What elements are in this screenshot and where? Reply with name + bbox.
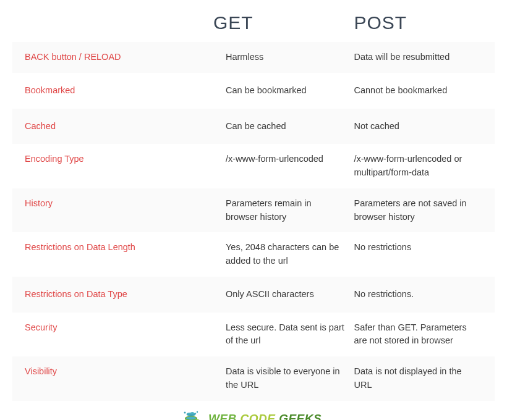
cell-get: Can be cached xyxy=(226,120,354,133)
brand-name: WEB CODE GEEKS xyxy=(208,413,328,421)
brand-word-2: CODE xyxy=(240,412,275,421)
table-row: Security Less secure. Data sent is part … xyxy=(12,313,495,357)
cell-get: Harmless xyxy=(226,51,354,64)
header-get: GET xyxy=(213,12,354,33)
svg-point-4 xyxy=(186,416,196,419)
brand-word-3: GEEKS xyxy=(279,412,322,421)
row-label: Security xyxy=(25,321,226,348)
table-row: Encoding Type /x-www-form-urlencoded /x-… xyxy=(12,144,495,188)
cell-post: No restrictions. xyxy=(354,288,483,301)
cell-post: No restrictions xyxy=(354,241,483,268)
cell-get: Can be bookmarked xyxy=(226,84,354,98)
row-label: Bookmarked xyxy=(25,84,226,98)
cell-get: /x-www-form-urlencoded xyxy=(226,153,354,180)
row-label: Restrictions on Data Type xyxy=(25,288,226,301)
cell-post: Not cached xyxy=(354,120,483,133)
cell-post: Data is not displayed in the URL xyxy=(354,365,483,392)
table-row: Cached Can be cached Not cached xyxy=(12,109,495,145)
cell-get: Parameters remain in browser history xyxy=(226,197,354,224)
cell-post: Safer than GET. Parameters are not store… xyxy=(354,321,483,348)
row-label: Visibility xyxy=(25,365,226,392)
row-label: BACK button / RELOAD xyxy=(25,51,226,64)
row-label: Cached xyxy=(25,120,226,133)
row-label: Encoding Type xyxy=(25,153,226,180)
row-label: History xyxy=(25,197,226,224)
table-row: Bookmarked Can be bookmarked Cannot be b… xyxy=(12,73,495,109)
brand-word-1: WEB xyxy=(208,412,237,421)
svg-point-1 xyxy=(184,411,185,413)
cell-post: Cannot be bookmarked xyxy=(354,84,483,98)
footer-logo: WEB CODE GEEKS WEB DEVELOPERS RESOURCE C… xyxy=(12,410,495,421)
header-post: POST xyxy=(354,12,495,33)
table-row: BACK button / RELOAD Harmless Data will … xyxy=(12,42,495,73)
cell-post: Data will be resubmitted xyxy=(354,51,483,64)
logo-text-block: WEB CODE GEEKS WEB DEVELOPERS RESOURCE C… xyxy=(208,413,328,421)
cell-get: Only ASCII characters xyxy=(226,288,354,301)
header-blank xyxy=(12,12,213,33)
table-row: Visibility Data is visible to everyone i… xyxy=(12,356,495,401)
comparison-table: GET POST BACK button / RELOAD Harmless D… xyxy=(12,6,495,401)
cell-get: Yes, 2048 characters can be added to the… xyxy=(226,241,354,268)
cell-post: /x-www-form-urlencoded or multipart/form… xyxy=(354,153,483,180)
row-label: Restrictions on Data Length xyxy=(25,241,226,268)
cell-post: Parameters are not saved in browser hist… xyxy=(354,197,483,224)
cup-splash-icon xyxy=(179,410,203,421)
cell-get: Data is visible to everyone in the URL xyxy=(226,365,354,392)
table-row: Restrictions on Data Type Only ASCII cha… xyxy=(12,277,495,313)
table-row: History Parameters remain in browser his… xyxy=(12,188,495,233)
svg-point-2 xyxy=(197,411,198,412)
table-header-row: GET POST xyxy=(12,6,495,42)
cell-get: Less secure. Data sent is part of the ur… xyxy=(226,321,354,348)
table-row: Restrictions on Data Length Yes, 2048 ch… xyxy=(12,232,495,277)
